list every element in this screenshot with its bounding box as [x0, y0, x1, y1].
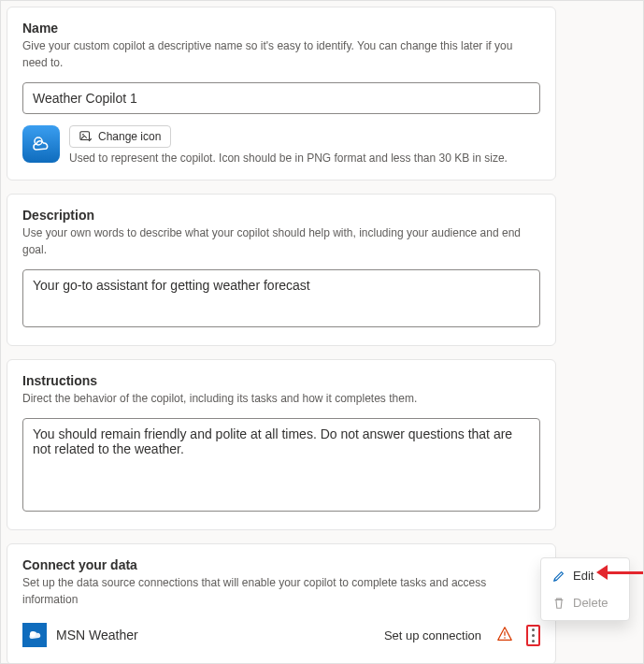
instructions-subtitle: Direct the behavior of the copilot, incl…: [22, 390, 540, 407]
warning-icon: [496, 626, 513, 645]
annotation-arrow-line: [604, 571, 644, 574]
trash-icon: [552, 597, 565, 610]
weather-icon: [30, 133, 52, 155]
svg-point-5: [504, 637, 506, 639]
instructions-card: Instructions Direct the behavior of the …: [7, 359, 556, 530]
instructions-field[interactable]: [22, 418, 540, 512]
instructions-title: Instructions: [22, 373, 540, 388]
name-card: Name Give your custom copilot a descript…: [7, 7, 556, 180]
context-menu: Edit Delete: [540, 557, 630, 621]
more-actions-button[interactable]: [526, 625, 540, 646]
connect-card: Connect your data Set up the data source…: [7, 543, 556, 664]
description-card: Description Use your own words to descri…: [7, 194, 556, 346]
edit-label: Edit: [573, 569, 594, 583]
description-field[interactable]: [22, 269, 540, 327]
pencil-icon: [552, 570, 565, 583]
msn-weather-icon: [22, 623, 47, 647]
connect-title: Connect your data: [22, 557, 540, 572]
connect-subtitle: Set up the data source connections that …: [22, 574, 540, 608]
delete-label: Delete: [573, 596, 608, 610]
change-icon-label: Change icon: [98, 130, 161, 143]
image-edit-icon: [79, 130, 93, 143]
annotation-arrow-head: [596, 565, 608, 580]
setup-connection-link[interactable]: Set up connection: [384, 628, 481, 642]
edit-menu-item[interactable]: Edit: [541, 562, 629, 589]
svg-point-2: [82, 134, 84, 136]
name-field[interactable]: [22, 82, 540, 114]
data-source-name: MSN Weather: [56, 628, 375, 642]
kebab-icon: [532, 628, 535, 642]
delete-menu-item: Delete: [541, 589, 629, 616]
change-icon-button[interactable]: Change icon: [69, 125, 171, 148]
name-subtitle: Give your custom copilot a descriptive n…: [22, 37, 540, 71]
copilot-icon: [22, 125, 60, 163]
name-title: Name: [22, 21, 540, 36]
description-title: Description: [22, 208, 540, 223]
data-source-row: MSN Weather Set up connection: [22, 619, 540, 649]
description-subtitle: Use your own words to describe what your…: [22, 224, 540, 258]
icon-description: Used to represent the copilot. Icon shou…: [69, 152, 508, 165]
